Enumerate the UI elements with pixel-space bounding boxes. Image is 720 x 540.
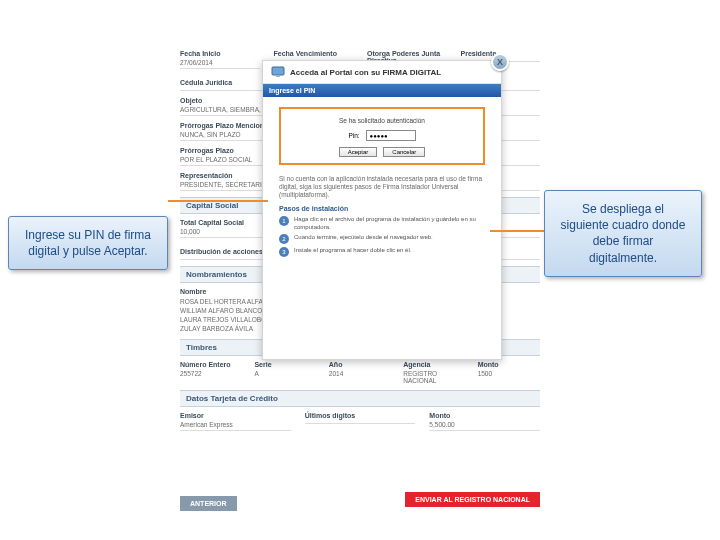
step-txt-1: Haga clic en el archivo del programa de … xyxy=(294,216,485,230)
val-monto-tc: 5,500.00 xyxy=(429,421,540,431)
lbl-emisor: Emisor xyxy=(180,412,291,419)
firma-digital-modal: X Acceda al Portal con su FIRMA DIGITAL … xyxy=(262,60,502,360)
svg-rect-0 xyxy=(272,67,284,75)
td-numero: 255722 xyxy=(180,370,242,384)
modal-paragraph: Si no cuenta con la aplicación instalada… xyxy=(279,175,485,199)
callout-left: Ingrese su PIN de firma digital y pulse … xyxy=(8,216,168,270)
pin-label: Pin: xyxy=(348,132,359,139)
modal-close-button[interactable]: X xyxy=(491,53,509,71)
modal-body: Se ha solicitado autenticación Pin: Acep… xyxy=(263,97,501,268)
modal-titlebar: Acceda al Portal con su FIRMA DIGITAL xyxy=(263,61,501,84)
monitor-icon xyxy=(271,66,285,78)
footer-bar: ANTERIOR ENVIAR AL REGISTRO NACIONAL xyxy=(180,492,540,510)
leader-line-left xyxy=(168,200,268,202)
install-step-2: 2Cuando termine, ejecútelo desde el nave… xyxy=(279,234,485,244)
timbres-data-row: 255722 A 2014 REGISTRO NACIONAL 1500 xyxy=(180,370,540,384)
pin-input[interactable] xyxy=(366,130,416,141)
td-monto: 1500 xyxy=(478,370,540,384)
pin-dialog: Se ha solicitado autenticación Pin: Acep… xyxy=(279,107,485,165)
cancelar-button[interactable]: Cancelar xyxy=(383,147,425,157)
th-agencia: Agencia xyxy=(403,361,465,368)
th-ano: Año xyxy=(329,361,391,368)
modal-steps-header: Pasos de instalación xyxy=(279,205,485,212)
lbl-ultimos: Últimos dígitos xyxy=(305,412,416,419)
callout-right: Se despliega el siguiente cuadro donde d… xyxy=(544,190,702,277)
lbl-fecha-venc: Fecha Vencimiento xyxy=(274,50,354,57)
step-num-3-icon: 3 xyxy=(279,247,289,257)
anterior-button[interactable]: ANTERIOR xyxy=(180,496,237,511)
pin-dialog-title: Se ha solicitado autenticación xyxy=(291,117,473,124)
th-monto: Monto xyxy=(478,361,540,368)
aceptar-button[interactable]: Aceptar xyxy=(339,147,378,157)
modal-bluebar: Ingrese el PIN xyxy=(263,84,501,97)
val-emisor: American Express xyxy=(180,421,291,431)
td-ano: 2014 xyxy=(329,370,391,384)
step-num-1-icon: 1 xyxy=(279,216,289,226)
timbres-header-row: Número Entero Serie Año Agencia Monto xyxy=(180,361,540,368)
leader-line-right xyxy=(490,230,548,232)
step-num-2-icon: 2 xyxy=(279,234,289,244)
svg-rect-1 xyxy=(276,75,280,77)
modal-title: Acceda al Portal con su FIRMA DIGITAL xyxy=(290,68,441,77)
th-numero: Número Entero xyxy=(180,361,242,368)
val-fecha-inicio: 27/06/2014 xyxy=(180,59,260,69)
step-txt-3: Instale el programa al hacer doble clic … xyxy=(294,247,485,257)
install-step-3: 3Instale el programa al hacer doble clic… xyxy=(279,247,485,257)
lbl-monto-tc: Monto xyxy=(429,412,540,419)
enviar-registro-button[interactable]: ENVIAR AL REGISTRO NACIONAL xyxy=(405,492,540,507)
lbl-fecha-inicio: Fecha Inicio xyxy=(180,50,260,57)
install-step-1: 1Haga clic en el archivo del programa de… xyxy=(279,216,485,230)
th-serie: Serie xyxy=(254,361,316,368)
td-agencia: REGISTRO NACIONAL xyxy=(403,370,465,384)
val-ultimos xyxy=(305,421,416,424)
hdr-tarjeta: Datos Tarjeta de Crédito xyxy=(180,390,540,407)
step-txt-2: Cuando termine, ejecútelo desde el naveg… xyxy=(294,234,485,244)
td-serie: A xyxy=(254,370,316,384)
